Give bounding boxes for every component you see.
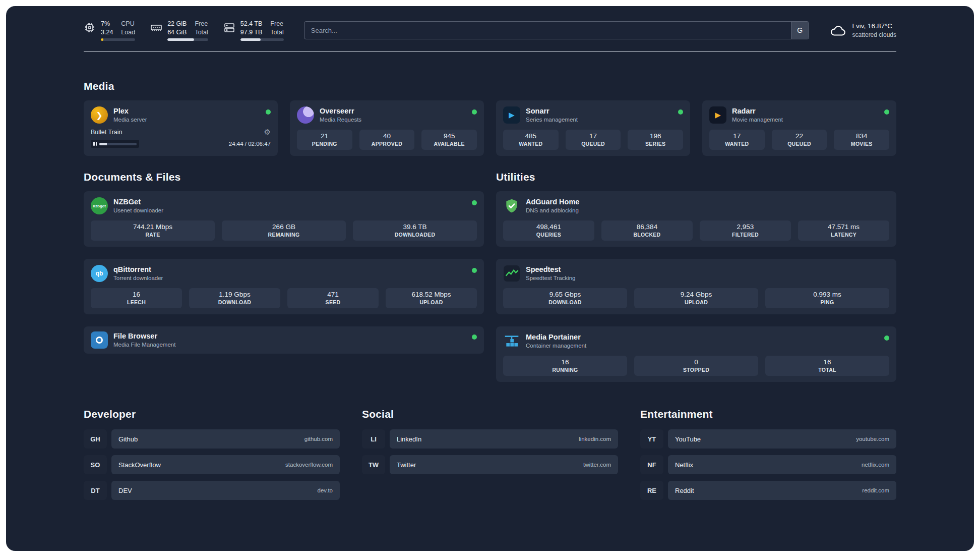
status-dot xyxy=(266,109,271,115)
stat-total: 16 TOTAL xyxy=(765,356,889,376)
entertainment-links: Entertainment YT YouTube youtube.com NF … xyxy=(640,408,896,500)
stat-available: 945 AVAILABLE xyxy=(421,130,477,150)
status-dot xyxy=(472,268,477,273)
portainer-icon xyxy=(503,332,520,350)
app-subtitle: Torrent downloader xyxy=(113,274,466,282)
link-netflix[interactable]: NF Netflix netflix.com xyxy=(640,455,896,474)
nzbget-icon: nzbget xyxy=(91,197,108,214)
social-links: Social LI LinkedIn linkedin.com TW Twitt… xyxy=(362,408,618,500)
cpu-load-value: 3.24 xyxy=(101,28,113,36)
cpu-percent: 7% xyxy=(101,20,113,28)
playback-time: 24:44 / 02:06:47 xyxy=(229,141,271,147)
stat-seed: 471 SEED xyxy=(287,288,379,308)
stat-series: 196 SERIES xyxy=(628,130,683,150)
link-dev[interactable]: DT DEV dev.to xyxy=(84,481,340,500)
link-abbr: TW xyxy=(362,455,385,474)
now-playing-title: Bullet Train xyxy=(91,129,122,136)
cpu-label: CPU xyxy=(121,20,135,28)
plex-icon: ❯ xyxy=(91,106,108,124)
app-title: Sonarr xyxy=(526,106,672,116)
app-title: qBittorrent xyxy=(113,265,466,274)
cloud-icon xyxy=(829,24,846,37)
app-subtitle: Movie management xyxy=(732,116,879,124)
stat-latency: 47.571 ms LATENCY xyxy=(798,220,889,241)
link-reddit[interactable]: RE Reddit reddit.com xyxy=(640,481,896,500)
link-name: Github xyxy=(118,435,138,443)
app-title: AdGuard Home xyxy=(526,197,889,207)
search-input[interactable] xyxy=(304,21,809,39)
stat-movies: 834 MOVIES xyxy=(834,130,889,150)
pause-icon[interactable] xyxy=(93,142,97,146)
stat-approved: 40 APPROVED xyxy=(359,130,415,150)
app-card-nzbget[interactable]: nzbget NZBGet Usenet downloader 744.21 M… xyxy=(84,191,484,247)
link-github[interactable]: GH Github github.com xyxy=(84,429,340,449)
stat-queued: 22 QUEUED xyxy=(772,130,827,150)
app-card-filebrowser[interactable]: File Browser Media File Management xyxy=(84,326,484,354)
app-card-portainer[interactable]: Media Portainer Container management 16 … xyxy=(496,326,896,382)
disk-free-value: 52.4 TB xyxy=(240,20,263,28)
search-box: G xyxy=(304,21,809,39)
disk-total-label: Total xyxy=(270,28,283,36)
link-name: YouTube xyxy=(675,435,701,443)
app-card-radarr[interactable]: ▶ Radarr Movie management 17 WANTED xyxy=(702,100,896,156)
stat-upload: 618.52 Mbps UPLOAD xyxy=(386,288,477,308)
link-name: StackOverflow xyxy=(118,461,161,469)
section-title-utilities: Utilities xyxy=(496,171,896,183)
radarr-icon: ▶ xyxy=(709,106,726,124)
weather-widget: Lviv, 16.87°C scattered clouds xyxy=(829,22,896,39)
disk-icon xyxy=(223,22,235,34)
stat-downloaded: 39.6 TB DOWNLOADED xyxy=(353,220,477,241)
link-linkedin[interactable]: LI LinkedIn linkedin.com xyxy=(362,429,618,449)
app-title: Radarr xyxy=(732,106,879,116)
utilities-column: Utilities AdGuard Home DNS and adblocki xyxy=(496,171,896,382)
cpu-monitor: 7% 3.24 CPU Load xyxy=(84,20,135,41)
link-stackoverflow[interactable]: SO StackOverflow stackoverflow.com xyxy=(84,455,340,474)
app-card-adguard[interactable]: AdGuard Home DNS and adblocking 498,461 … xyxy=(496,191,896,247)
stat-leech: 16 LEECH xyxy=(91,288,182,308)
app-card-plex[interactable]: ❯ Plex Media server Bullet Train ⚙ xyxy=(84,100,278,156)
link-abbr: NF xyxy=(640,455,663,474)
gear-icon[interactable]: ⚙ xyxy=(264,128,271,136)
playback-progress-bar[interactable] xyxy=(99,143,137,145)
link-twitter[interactable]: TW Twitter twitter.com xyxy=(362,455,618,474)
ram-free-value: 22 GiB xyxy=(167,20,187,28)
stat-queued: 17 QUEUED xyxy=(566,130,621,150)
disk-free-label: Free xyxy=(270,20,283,28)
app-card-qbittorrent[interactable]: qb qBittorrent Torrent downloader 16 LEE… xyxy=(84,259,484,314)
stat-wanted: 485 WANTED xyxy=(503,130,559,150)
status-dot xyxy=(678,109,683,115)
status-dot xyxy=(884,109,889,115)
player-controls[interactable] xyxy=(91,140,139,148)
app-title: File Browser xyxy=(113,331,466,341)
disk-total-value: 97.9 TB xyxy=(240,28,263,36)
link-abbr: DT xyxy=(84,481,107,500)
sonarr-icon: ▶ xyxy=(503,106,520,124)
app-title: Speedtest xyxy=(526,265,889,274)
filebrowser-icon xyxy=(91,331,108,349)
link-youtube[interactable]: YT YouTube youtube.com xyxy=(640,429,896,449)
app-subtitle: Media File Management xyxy=(113,341,466,349)
top-bar: 7% 3.24 CPU Load xyxy=(84,16,896,44)
link-abbr: RE xyxy=(640,481,663,500)
status-dot xyxy=(472,200,477,205)
cpu-load-label: Load xyxy=(121,28,135,36)
section-title-developer: Developer xyxy=(84,408,340,420)
search-engine-button[interactable]: G xyxy=(791,22,809,39)
status-dot xyxy=(472,109,477,115)
weather-location: Lviv, 16.87°C xyxy=(852,22,896,31)
adguard-icon xyxy=(503,197,520,214)
link-domain: twitter.com xyxy=(583,462,611,468)
topbar-divider xyxy=(84,51,896,52)
app-card-speedtest[interactable]: Speedtest Speedtest Tracking 9.65 Gbps D… xyxy=(496,259,896,314)
app-subtitle: Media Requests xyxy=(320,116,466,124)
link-abbr: LI xyxy=(362,429,385,449)
section-title-entertainment: Entertainment xyxy=(640,408,896,420)
stat-rate: 744.21 Mbps RATE xyxy=(91,220,215,241)
ram-total-value: 64 GiB xyxy=(167,28,187,36)
app-card-overseerr[interactable]: Overseerr Media Requests 21 PENDING 40 A… xyxy=(290,100,484,156)
app-card-sonarr[interactable]: ▶ Sonarr Series management 485 WANTED xyxy=(496,100,690,156)
link-domain: netflix.com xyxy=(862,462,889,468)
stat-queries: 498,461 QUERIES xyxy=(503,220,594,241)
status-dot xyxy=(472,335,477,340)
stat-download: 9.65 Gbps DOWNLOAD xyxy=(503,288,627,308)
